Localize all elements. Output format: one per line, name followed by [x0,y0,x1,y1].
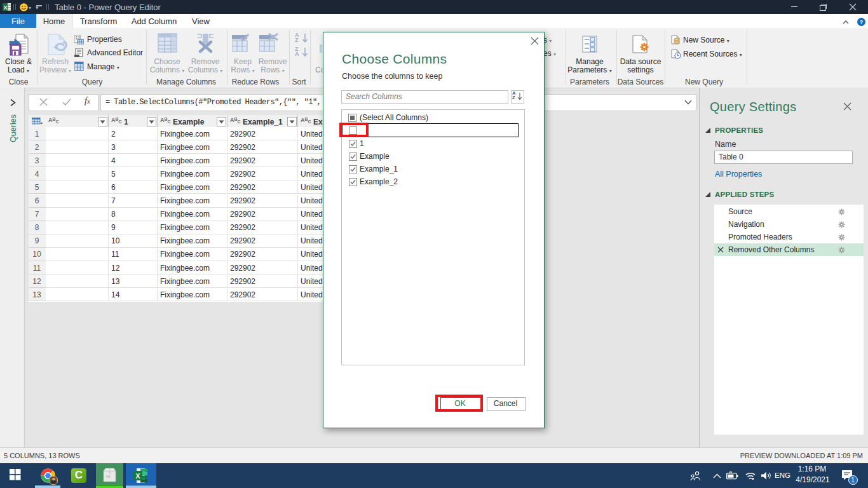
svg-text:X: X [3,4,7,11]
svg-text:X: X [135,472,140,480]
